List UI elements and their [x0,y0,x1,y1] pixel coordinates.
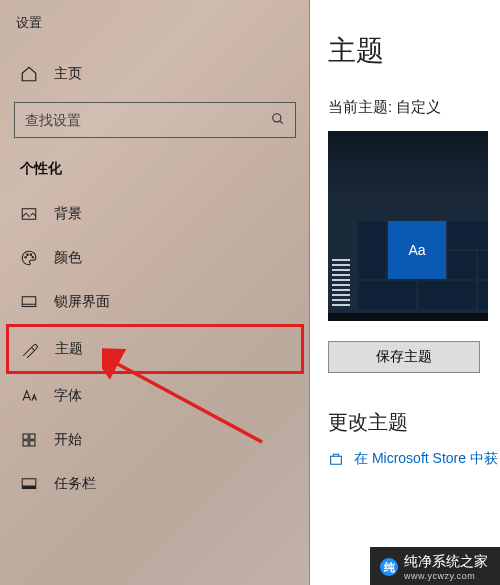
sidebar-item-label: 锁屏界面 [54,293,110,311]
svg-rect-14 [22,486,36,489]
palette-icon [20,249,38,267]
svg-line-1 [280,120,283,123]
image-icon [20,205,38,223]
sidebar-item-taskbar[interactable]: 任务栏 [8,462,302,506]
app-title: 设置 [8,10,302,52]
svg-point-0 [273,113,281,121]
font-icon [20,387,38,405]
watermark-name: 纯净系统之家 [404,553,488,569]
sidebar-item-fonts[interactable]: 字体 [8,374,302,418]
change-theme-heading: 更改主题 [328,409,500,436]
svg-point-3 [25,257,27,259]
watermark-icon: 纯 [380,558,398,576]
sidebar-item-colors[interactable]: 颜色 [8,236,302,280]
svg-point-4 [27,254,29,256]
search-icon [271,112,285,129]
content-pane: 主题 当前主题: 自定义 Aa 保存主题 更改主题 [310,0,500,585]
home-link[interactable]: 主页 [8,52,302,96]
current-theme-label: 当前主题: 自定义 [328,98,500,117]
theme-preview[interactable]: Aa [328,131,488,321]
watermark: 纯 纯净系统之家 www.ycwzy.com [370,547,500,585]
page-title: 主题 [328,32,500,70]
svg-point-5 [30,254,32,256]
section-header: 个性化 [8,156,302,192]
sidebar-item-label: 开始 [54,431,82,449]
store-link[interactable]: 在 Microsoft Store 中获 [328,450,500,468]
home-icon [20,65,38,83]
lockscreen-icon [20,293,38,311]
watermark-url: www.ycwzy.com [404,571,488,581]
home-label: 主页 [54,65,82,83]
store-icon [328,451,344,467]
sidebar-item-label: 任务栏 [54,475,96,493]
tile-grid: Aa [358,221,488,309]
sidebar-item-start[interactable]: 开始 [8,418,302,462]
sidebar-item-lockscreen[interactable]: 锁屏界面 [8,280,302,324]
annotation-highlight: 主题 [6,324,304,374]
sidebar-item-themes[interactable]: 主题 [9,327,301,371]
svg-rect-7 [22,297,36,307]
theme-icon [21,340,39,358]
sidebar-item-background[interactable]: 背景 [8,192,302,236]
accent-tile: Aa [388,221,446,279]
svg-rect-12 [30,441,35,446]
store-link-text: 在 Microsoft Store 中获 [354,450,498,468]
svg-point-6 [32,257,34,259]
svg-rect-9 [23,434,28,439]
svg-rect-10 [30,434,35,439]
start-icon [20,431,38,449]
settings-sidebar: 设置 主页 个性化 背景 颜色 [0,0,310,585]
sidebar-item-label: 字体 [54,387,82,405]
sidebar-item-label: 颜色 [54,249,82,267]
taskbar-icon [20,475,38,493]
sidebar-item-label: 主题 [55,340,83,358]
sidebar-item-label: 背景 [54,205,82,223]
search-input[interactable] [25,112,247,128]
search-box[interactable] [14,102,296,138]
svg-rect-11 [23,441,28,446]
save-theme-button[interactable]: 保存主题 [328,341,480,373]
